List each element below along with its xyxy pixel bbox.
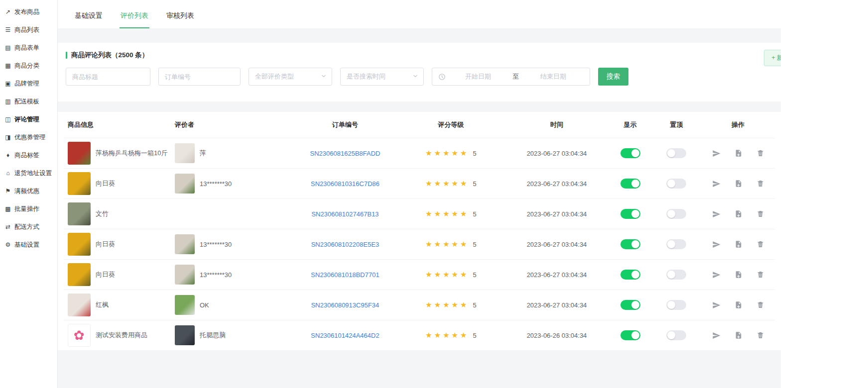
rating-value: 5 (473, 301, 477, 309)
time-search-select[interactable]: 是否搜索时间 (340, 68, 424, 86)
delete-button[interactable] (756, 210, 764, 218)
top-toggle[interactable] (666, 209, 686, 219)
top-toggle[interactable] (666, 270, 686, 280)
sidebar-item-full-discount[interactable]: ⚑ 满额优惠 (0, 182, 57, 200)
sidebar: ↗ 发布商品 ☰ 商品列表 ▤ 商品表单 ▦ 商品分类 ▣ 品牌管理 ▥ 配送模… (0, 0, 58, 388)
product-image (68, 263, 91, 286)
top-cell (651, 209, 701, 219)
trash-icon (756, 303, 764, 310)
export-button[interactable] (735, 240, 743, 249)
star-rating: ★★★★★ (425, 149, 469, 158)
sidebar-item-comment-management[interactable]: ◫ 评论管理 (0, 110, 57, 128)
delete-button[interactable] (756, 301, 764, 309)
tab-review-list[interactable]: 评价列表 (120, 2, 149, 28)
review-type-value: 全部评价类型 (255, 72, 294, 81)
export-button[interactable] (735, 301, 743, 309)
show-toggle[interactable] (620, 330, 640, 340)
product-info-cell: 萍杨梅乒乓杨梅一箱10斤 (64, 142, 171, 165)
order-no-link[interactable]: SN2306081027467B13 (311, 210, 378, 218)
sidebar-item-batch-operation[interactable]: ▩ 批量操作 (0, 200, 57, 218)
show-toggle[interactable] (620, 148, 640, 158)
top-toggle[interactable] (666, 148, 686, 158)
sidebar-item-label: 配送方式 (14, 223, 39, 231)
order-no-link[interactable]: SN2306081625B8FADD (310, 150, 380, 157)
show-cell (609, 239, 651, 249)
delete-button[interactable] (756, 180, 764, 188)
batch-icon: ▩ (4, 205, 11, 212)
sidebar-item-brand-management[interactable]: ▣ 品牌管理 (0, 75, 57, 93)
sidebar-item-product-tag[interactable]: ♦ 商品标签 (0, 146, 57, 164)
sidebar-item-label: 退货地址设置 (14, 169, 52, 178)
delete-button[interactable] (756, 331, 764, 340)
product-title-input[interactable] (66, 68, 150, 86)
send-button[interactable] (712, 301, 721, 309)
clock-icon (438, 73, 446, 81)
reviewer-avatar (175, 174, 195, 194)
product-info-cell: 文竹 (64, 202, 171, 225)
export-button[interactable] (735, 271, 743, 279)
export-button[interactable] (735, 180, 743, 188)
delete-button[interactable] (756, 240, 764, 249)
actions-cell (701, 180, 775, 188)
order-no-link[interactable]: SN23060810316C7D86 (311, 180, 379, 188)
tab-audit-list[interactable]: 审核列表 (165, 2, 195, 28)
add-button[interactable]: + 新增 (764, 50, 781, 66)
sidebar-item-product-category[interactable]: ▦ 商品分类 (0, 57, 57, 75)
show-toggle[interactable] (620, 179, 640, 189)
tag-icon: ♦ (4, 152, 11, 159)
product-name: 向日葵 (96, 240, 115, 249)
export-button[interactable] (735, 331, 743, 340)
top-toggle[interactable] (666, 239, 686, 249)
date-range-picker[interactable]: 开始日期 至 结束日期 (432, 68, 590, 86)
order-no-link[interactable]: SN230608102208E5E3 (311, 241, 379, 248)
title-accent-bar (66, 52, 67, 59)
table-row: 文竹 SN2306081027467B13 ★★★★★ 5 2023-06-27… (64, 198, 775, 229)
sidebar-item-product-list[interactable]: ☰ 商品列表 (0, 21, 57, 39)
search-button[interactable]: 搜索 (598, 68, 628, 86)
rating-value: 5 (473, 150, 477, 157)
show-toggle[interactable] (620, 239, 640, 249)
reviews-table: 商品信息评价者订单编号评分等级时间显示置顶操作 萍杨梅乒乓杨梅一箱10斤 萍 S… (58, 112, 781, 350)
table-row: 红枫 OK SN2306080913C95F34 ★★★★★ 5 2023-06… (64, 290, 775, 320)
table-row: 向日葵 13*******30 SN2306081018BD7701 ★★★★★… (64, 259, 775, 290)
table-row: 萍杨梅乒乓杨梅一箱10斤 萍 SN2306081625B8FADD ★★★★★ … (64, 138, 775, 168)
time-cell: 2023-06-27 03:04:34 (504, 150, 609, 157)
sidebar-item-label: 发布商品 (14, 8, 39, 16)
send-button[interactable] (712, 149, 721, 158)
send-button[interactable] (712, 210, 721, 218)
sidebar-item-coupon-management[interactable]: ◨ 优惠券管理 (0, 128, 57, 146)
send-button[interactable] (712, 240, 721, 249)
top-toggle[interactable] (666, 179, 686, 189)
send-button[interactable] (712, 271, 721, 279)
top-toggle[interactable] (666, 330, 686, 340)
actions-cell (701, 271, 775, 279)
sidebar-item-publish-product[interactable]: ↗ 发布商品 (0, 3, 57, 21)
order-no-link[interactable]: SN2306080913C95F34 (311, 301, 379, 309)
show-toggle[interactable] (620, 300, 640, 310)
top-toggle[interactable] (666, 300, 686, 310)
send-button[interactable] (712, 180, 721, 188)
order-no-link[interactable]: SN2306101424A464D2 (311, 332, 379, 339)
order-no-link[interactable]: SN2306081018BD7701 (311, 271, 379, 279)
show-toggle[interactable] (620, 270, 640, 280)
delete-button[interactable] (756, 271, 764, 279)
review-type-select[interactable]: 全部评价类型 (248, 68, 332, 86)
trash-icon (756, 151, 764, 159)
sidebar-item-return-address[interactable]: ⌂ 退货地址设置 (0, 164, 57, 182)
delete-button[interactable] (756, 149, 764, 158)
column-header-4: 评分等级 (397, 120, 504, 129)
sidebar-item-delivery-template[interactable]: ▥ 配送模板 (0, 93, 57, 110)
show-toggle[interactable] (620, 209, 640, 219)
export-button[interactable] (735, 210, 743, 218)
time-cell: 2023-06-26 03:04:34 (504, 332, 609, 339)
chevron-down-icon (412, 73, 418, 81)
product-info-cell: 向日葵 (64, 263, 171, 286)
sidebar-item-delivery-method[interactable]: ⇄ 配送方式 (0, 218, 57, 236)
sidebar-item-basic-settings[interactable]: ⚙ 基础设置 (0, 236, 57, 254)
tab-basic-settings[interactable]: 基础设置 (74, 2, 104, 28)
order-no-input[interactable] (158, 68, 241, 86)
export-button[interactable] (735, 149, 743, 158)
product-image (68, 172, 91, 195)
send-button[interactable] (712, 331, 721, 340)
sidebar-item-product-form[interactable]: ▤ 商品表单 (0, 39, 57, 57)
